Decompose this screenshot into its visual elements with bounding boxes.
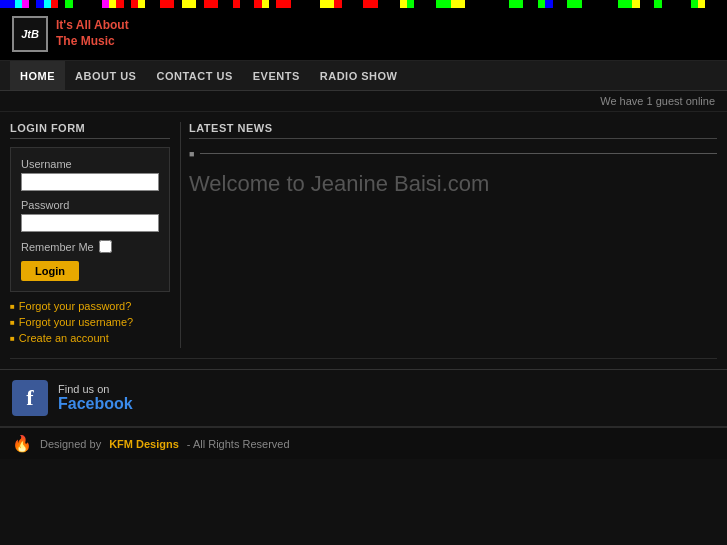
find-us-label: Find us on (58, 383, 133, 395)
color-bar (0, 0, 727, 8)
forgot-password-link[interactable]: Forgot your password? (19, 300, 132, 312)
flame-icon: 🔥 (12, 434, 32, 453)
password-label: Password (21, 199, 159, 211)
news-item-row: ■ (189, 147, 717, 159)
news-title: LATEST NEWS (189, 122, 717, 139)
news-panel: LATEST NEWS ■ Welcome to Jeanine Baisi.c… (180, 122, 717, 348)
online-bar: We have 1 guest online (0, 91, 727, 112)
bullet-icon: ■ (10, 334, 15, 343)
nav-item-contact-us[interactable]: CONTACT US (146, 61, 242, 90)
password-input[interactable] (21, 214, 159, 232)
username-label: Username (21, 158, 159, 170)
site-tagline: It's All About The Music (56, 18, 129, 49)
tagline-line2: The Music (56, 34, 129, 50)
username-input[interactable] (21, 173, 159, 191)
news-separator (200, 153, 717, 154)
nav-bar: HOMEABOUT USCONTACT USEVENTSRADIO SHOW (0, 61, 727, 91)
nav-item-events[interactable]: EVENTS (243, 61, 310, 90)
nav-item-home[interactable]: HOME (10, 61, 65, 90)
bullet-icon: ■ (10, 302, 15, 311)
login-button[interactable]: Login (21, 261, 79, 281)
forgot-password-item: ■ Forgot your password? (10, 300, 170, 312)
login-links: ■ Forgot your password? ■ Forgot your us… (10, 300, 170, 344)
footer-social: f Find us on Facebook (0, 369, 727, 426)
login-panel: LOGIN FORM Username Password Remember Me… (10, 122, 170, 348)
remember-label: Remember Me (21, 241, 94, 253)
login-form-title: LOGIN FORM (10, 122, 170, 139)
main-content: LOGIN FORM Username Password Remember Me… (0, 112, 727, 358)
divider (10, 358, 717, 359)
online-count: We have 1 guest online (600, 95, 715, 107)
designer-link[interactable]: KFM Designs (109, 438, 179, 450)
news-bullet-icon: ■ (189, 149, 194, 159)
facebook-label[interactable]: Facebook (58, 395, 133, 413)
create-account-item: ■ Create an account (10, 332, 170, 344)
facebook-text: Find us on Facebook (58, 383, 133, 413)
tagline-line1: It's All About (56, 18, 129, 34)
forgot-username-link[interactable]: Forgot your username? (19, 316, 133, 328)
login-box: Username Password Remember Me Login (10, 147, 170, 292)
remember-row: Remember Me (21, 240, 159, 253)
site-logo: JtB (12, 16, 48, 52)
nav-item-radio-show[interactable]: RADIO SHOW (310, 61, 408, 90)
site-header: JtB It's All About The Music (0, 8, 727, 61)
facebook-icon: f (12, 380, 48, 416)
footer-credit: 🔥 Designed by KFM Designs - All Rights R… (0, 426, 727, 459)
news-welcome-text: Welcome to Jeanine Baisi.com (189, 171, 717, 197)
remember-checkbox[interactable] (99, 240, 112, 253)
rights-text: - All Rights Reserved (187, 438, 290, 450)
nav-item-about-us[interactable]: ABOUT US (65, 61, 146, 90)
create-account-link[interactable]: Create an account (19, 332, 109, 344)
forgot-username-item: ■ Forgot your username? (10, 316, 170, 328)
designed-by-text: Designed by (40, 438, 101, 450)
bullet-icon: ■ (10, 318, 15, 327)
